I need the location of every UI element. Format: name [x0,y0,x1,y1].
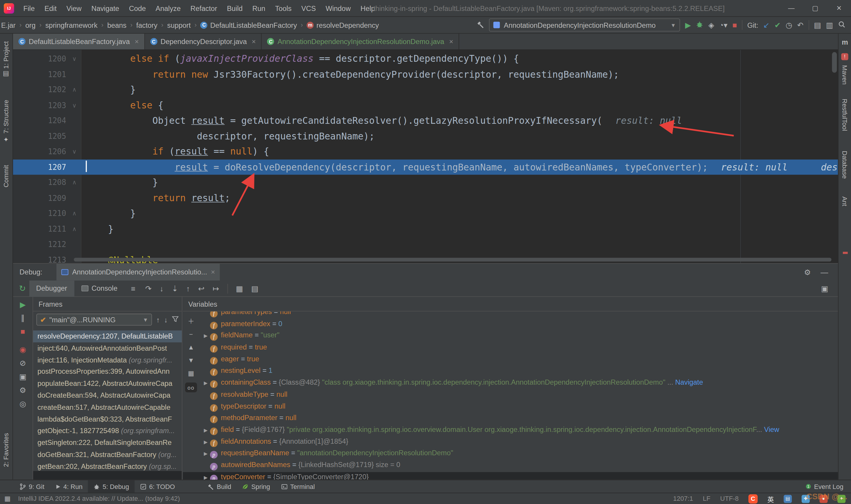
variable-row[interactable]: frequired = true [201,341,838,353]
expand-arrow-icon[interactable]: ▶ [201,330,210,341]
stack-frame[interactable]: inject:116, InjectionMetadata (org.sprin… [33,354,182,366]
move-watch-up-icon[interactable]: ▲ [188,344,195,351]
next-frame-icon[interactable]: ↓ [164,316,168,323]
editor-tab[interactable]: CDependencyDescriptor.java× [145,34,262,49]
caret-position-widget[interactable]: 1207:1 [673,495,693,503]
stack-frame[interactable]: postProcessProperties:399, AutowiredAnn [33,366,182,378]
stop-icon[interactable]: ■ [20,328,25,335]
close-tab-icon[interactable]: × [135,37,139,46]
menu-analyze[interactable]: Analyze [151,4,185,13]
encoding-widget[interactable]: UTF-8 [720,495,738,503]
editor-vertical-scrollbar[interactable] [832,52,837,73]
debug-button[interactable] [696,21,704,29]
step-over-icon[interactable]: ↷ [145,284,151,293]
variable-row[interactable]: fparameterTypes = null [201,311,838,318]
variable-row[interactable]: ▶fcontainingClass = {Class@482} "class o… [201,377,838,389]
expand-arrow-icon[interactable]: ▶ [201,425,210,435]
view-breakpoints-icon[interactable]: ◉ [19,346,26,353]
event-log-button[interactable]: 1 Event Log [806,483,843,490]
menu-code[interactable]: Code [124,4,151,13]
settings-gear-icon[interactable]: ⚙ [804,268,811,276]
debug-session-tab[interactable]: AnnotationDependencyInjectionResolutio..… [56,264,220,281]
variable-row[interactable]: ▶ptypeConverter = {SimpleTypeConverter@1… [201,471,838,480]
force-step-into-icon[interactable]: ⇣ [172,284,178,293]
variable-row[interactable]: pautowiredBeanNames = {LinkedHashSet@171… [201,459,838,471]
line-separator-widget[interactable]: LF [703,495,710,503]
filter-frames-icon[interactable] [172,316,179,324]
toolwindow-button-build[interactable]: Build [202,480,237,493]
menu-view[interactable]: View [61,4,86,13]
run-to-cursor-icon[interactable]: ↦ [213,284,219,293]
code-line[interactable]: 1211∧ } [13,221,838,236]
rollback-button[interactable]: ↶ [797,21,804,29]
breadcrumb-item[interactable]: org [25,21,36,29]
variable-row[interactable]: fparameterIndex = 0 [201,318,838,330]
toolstripe-commit[interactable]: Commit [2,165,10,187]
toolwindow-button-4-run[interactable]: 4: Run [50,480,88,493]
toolwindow-button-terminal[interactable]: Terminal [275,480,320,493]
fold-marker-icon[interactable]: ∧ [69,221,80,236]
thread-selector[interactable]: ✔ "main"@...RUNNING ▼ [36,314,152,326]
step-out-icon[interactable]: ↑ [186,284,190,293]
expand-arrow-icon[interactable]: ▶ [201,437,210,447]
variable-row[interactable]: ftypeDescriptor = null [201,400,838,412]
variable-row[interactable]: feager = true [201,353,838,365]
pin-icon[interactable]: ◎ [19,400,26,408]
menu-window[interactable]: Window [321,4,356,13]
minimize-button[interactable]: — [779,0,803,17]
breadcrumb-item[interactable]: mresolveDependency [307,21,379,29]
fold-marker-icon[interactable]: ∨ [69,97,80,113]
fold-marker-icon[interactable]: ∨ [69,144,80,159]
code-editor[interactable]: 1200∨ else if (javaxInjectProviderClass … [13,50,838,263]
toolstripe-maven[interactable]: Maven [841,65,848,85]
menu-vcs[interactable]: VCS [296,4,321,13]
breadcrumb-item[interactable]: beans [107,21,126,29]
code-line[interactable]: 1201 return new Jsr330Factory().createDe… [13,67,838,82]
toolstripe-ant[interactable]: Ant [841,196,848,206]
menu-refactor[interactable]: Refactor [185,4,222,13]
stack-frame[interactable]: doCreateBean:594, AbstractAutowireCapa [33,390,182,401]
stack-frame[interactable]: lambda$doGetBean$0:323, AbstractBeanF [33,413,182,425]
expand-arrow-icon[interactable]: ▶ [201,472,210,480]
breadcrumb-item[interactable]: E.jar [1,21,16,29]
toolwindow-button[interactable]: ▥ [826,21,833,29]
editor-tab[interactable]: CAnnotationDependencyInjectionResolution… [262,34,459,49]
maven-m-icon[interactable]: m [842,38,848,47]
editor-tab[interactable]: CDefaultListableBeanFactory.java× [13,34,145,49]
code-line[interactable]: 1205 descriptor, requestingBeanName); [13,128,838,144]
breadcrumb-item[interactable]: support [167,21,191,29]
variable-row[interactable]: fresolvableType = null [201,389,838,400]
stack-frame[interactable]: getBean:202, AbstractBeanFactory (org.sp… [33,461,182,472]
code-line[interactable]: 1212 [13,237,838,252]
value-link[interactable]: Navigate [675,378,703,386]
rerun-icon[interactable]: ↻ [19,284,26,293]
editor-horizontal-scrollbar[interactable] [74,258,832,262]
value-link[interactable]: View [764,426,779,434]
move-watch-down-icon[interactable]: ▼ [188,357,195,364]
debug-settings-gear-icon[interactable]: ⚙ [19,386,26,394]
mute-breakpoints-icon[interactable]: ⊘ [19,359,26,367]
run-with-coverage-button[interactable]: ◈ [708,21,714,29]
expand-arrow-icon[interactable]: ▶ [201,448,210,459]
step-into-icon[interactable]: ↓ [160,284,164,293]
menu-edit[interactable]: Edit [40,4,61,13]
code-line[interactable]: 1203∨ else { [13,97,838,113]
menu-file[interactable]: File [18,4,40,13]
close-icon[interactable]: × [211,268,215,276]
variable-row[interactable]: ▶ffieldAnnotations = {Annotation[1]@1854… [201,435,838,447]
profiler-button[interactable]: ◔▾ [719,21,727,29]
stack-frame[interactable]: resolveDependency:1207, DefaultListableB [33,330,182,342]
toolstripe-restfultool[interactable]: RestfulTool [841,99,848,131]
toolwindow-button-5-debug[interactable]: 5: Debug [88,480,134,493]
fold-marker-icon[interactable]: ∨ [69,51,80,67]
prev-frame-icon[interactable]: ↑ [156,316,160,323]
debugger-tab-debugger[interactable]: Debugger [29,281,74,296]
code-line[interactable]: 1207 result = doResolveDependency(descri… [13,159,838,175]
fold-marker-icon[interactable]: ∧ [69,205,80,221]
toolstripe-project[interactable]: ▤ 1: Project [2,41,10,78]
variable-row[interactable]: fnestingLevel = 1 [201,365,838,377]
toolwindow-button-9-git[interactable]: 9: Git [14,480,50,493]
run-button[interactable]: ▶ [685,21,691,29]
run-configuration-select[interactable]: AnnotationDependencyInjectionResolutionD… [489,18,681,31]
stack-frame[interactable]: populateBean:1422, AbstractAutowireCapa [33,378,182,390]
